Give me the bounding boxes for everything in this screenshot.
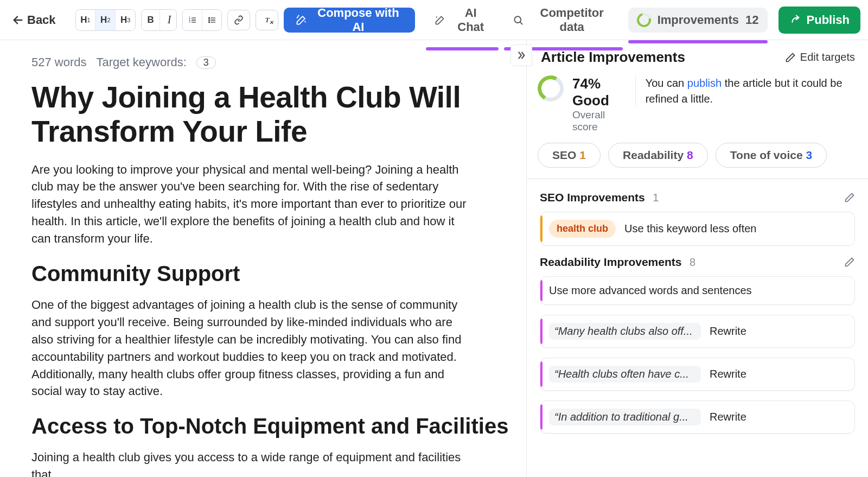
rewrite-button[interactable]: Rewrite [710,325,746,338]
h2-button[interactable]: H2 [95,10,116,30]
tab-competitor[interactable]: Competitor data [504,1,623,40]
pill-tone-label: Tone of voice [730,149,803,161]
seo-keyword-pill: health club [549,220,616,238]
compose-ai-button[interactable]: Compose with AI [284,8,415,33]
panel-body: SEO Improvements 1 health club Use this … [527,179,868,434]
tab-improvements[interactable]: Improvements 12 [628,8,768,33]
readability-edit-button[interactable] [844,257,855,268]
tab-improvements-label: Improvements [658,13,739,27]
pill-seo[interactable]: SEO1 [538,143,601,168]
pencil-icon [844,192,855,203]
readability-card[interactable]: Use more advanced words and sentences [540,276,855,305]
readability-section-count: 8 [690,256,695,268]
panel-title: Article Improvements [541,49,685,66]
chevrons-right-icon [515,49,527,61]
compose-label: Compose with AI [314,6,403,34]
back-button[interactable]: Back [8,10,60,30]
target-keywords-label: Target keywords: [97,55,187,69]
publish-link[interactable]: publish [687,77,722,89]
arrow-left-icon [12,14,24,26]
italic-button[interactable]: I [160,10,176,30]
clear-format-button[interactable]: T✕ [256,10,278,30]
tab-competitor-label: Competitor data [530,6,614,34]
rewrite-button[interactable]: Rewrite [710,411,746,423]
tab-improvements-count: 12 [745,13,758,27]
pencil-icon [844,257,855,268]
tab-underline [426,47,499,50]
pill-seo-count: 1 [579,149,586,161]
readability-quote: “Health clubs often have c... [549,366,701,383]
seo-section-count: 1 [653,192,659,203]
sparkle-icon [435,14,445,26]
article-para-a: One of the biggest advantages of joining… [31,296,476,400]
readability-quote: “In addition to traditional g... [549,409,701,425]
share-icon [789,14,801,26]
score-msg-pre: You can [646,77,687,89]
back-label: Back [27,13,56,27]
article-h2-a: Community Support [31,260,510,287]
tab-ai-chat[interactable]: AI Chat [426,1,499,40]
readability-card[interactable]: “Health clubs often have c... Rewrite [540,358,855,391]
card-accent [540,319,542,344]
score-ring-icon [535,73,567,105]
card-accent [540,404,542,430]
tab-ai-chat-label: AI Chat [452,6,490,34]
readability-quote: “Many health clubs also off... [549,323,701,340]
h3-button[interactable]: H3 [116,10,135,30]
heading-group: H1 H2 H3 [75,9,136,31]
readability-section-head: Readability Improvements 8 [540,256,855,269]
card-accent [540,280,542,301]
seo-edit-button[interactable] [844,192,855,203]
ordered-list-icon: 123 [188,15,196,25]
readability-card[interactable]: “In addition to traditional g... Rewrite [540,400,855,434]
card-accent [540,215,542,242]
svg-point-12 [209,21,210,22]
h1-button[interactable]: H1 [76,10,96,30]
readability-card[interactable]: “Many health clubs also off... Rewrite [540,315,855,348]
article-title: Why Joining a Health Club Will Transform… [31,80,510,149]
pill-seo-label: SEO [552,149,576,161]
unordered-list-icon [208,15,216,25]
target-keywords-count[interactable]: 3 [196,56,216,69]
edit-targets-button[interactable]: Edit targets [785,51,855,63]
article-body[interactable]: Why Joining a Health Club Will Transform… [31,80,510,477]
ordered-list-button[interactable]: 123 [183,10,202,30]
pencil-icon [785,52,796,63]
pill-readability[interactable]: Readability8 [608,143,708,168]
tab-improvements-wrap: Improvements 12 [628,8,768,33]
link-button[interactable] [227,10,250,30]
search-icon [513,14,524,26]
magic-wand-icon [296,14,307,26]
editor-column: 527 words Target keywords: 3 Why Joining… [0,40,526,477]
score-text: 74% Good Overall score [572,75,627,133]
bold-button[interactable]: B [142,10,160,30]
seo-card[interactable]: health club Use this keyword less often [540,212,855,246]
card-accent [540,361,542,387]
list-group: 123 [182,9,222,31]
svg-text:3: 3 [189,21,190,23]
unordered-list-button[interactable] [202,10,221,30]
pill-tone[interactable]: Tone of voice3 [716,143,827,168]
pill-tone-count: 3 [806,149,813,161]
pill-read-count: 8 [687,149,693,161]
pill-row: SEO1 Readability8 Tone of voice3 [527,143,868,179]
publish-button[interactable]: Publish [778,7,860,34]
readability-card-msg: Use more advanced words and sentences [549,284,752,297]
format-group: B I [141,9,176,31]
seo-section-title: SEO Improvements [540,191,645,203]
score-row: 74% Good Overall score You can publish t… [527,73,868,143]
collapse-panel-button[interactable] [510,44,532,66]
meta-row: 527 words Target keywords: 3 [31,55,510,69]
article-h2-b: Access to Top-Notch Equipment and Facili… [31,413,510,439]
publish-label: Publish [807,13,850,27]
ring-icon [634,10,654,30]
svg-point-10 [209,17,210,18]
score-message: You can publish the article but it could… [635,75,855,107]
seo-card-msg: Use this keyword less often [624,222,756,235]
panel-header: Article Improvements Edit targets [527,40,868,73]
article-intro: Are you looking to improve your physical… [31,161,476,247]
word-count: 527 words [31,55,87,69]
svg-line-14 [520,22,522,24]
pill-read-label: Readability [623,149,684,161]
rewrite-button[interactable]: Rewrite [710,368,746,380]
